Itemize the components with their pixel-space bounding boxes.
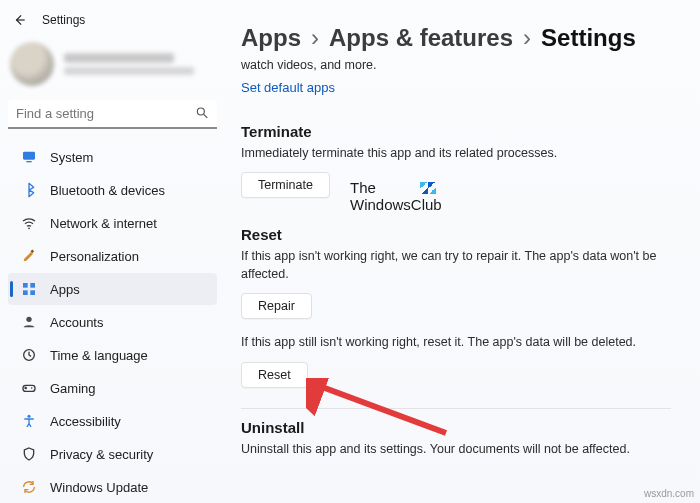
source-note: wsxdn.com (644, 488, 694, 499)
sidebar-item-label: Time & language (50, 348, 148, 363)
sidebar-item-gaming[interactable]: Gaming (8, 372, 217, 404)
uninstall-desc: Uninstall this app and its settings. You… (241, 440, 671, 458)
sidebar-item-label: Windows Update (50, 480, 148, 495)
monitor-icon (20, 148, 38, 166)
svg-rect-3 (26, 161, 31, 162)
chevron-right-icon: › (523, 24, 531, 52)
avatar (10, 42, 54, 86)
breadcrumb-apps-features[interactable]: Apps & features (329, 24, 513, 52)
sidebar-item-time[interactable]: Time & language (8, 339, 217, 371)
repair-button[interactable]: Repair (241, 293, 312, 319)
reset-desc-reset: If this app still isn't working right, r… (241, 333, 671, 351)
person-icon (20, 313, 38, 331)
sidebar-item-label: Personalization (50, 249, 139, 264)
breadcrumb-apps[interactable]: Apps (241, 24, 301, 52)
sidebar-item-system[interactable]: System (8, 141, 217, 173)
sidebar-item-label: Gaming (50, 381, 96, 396)
svg-rect-2 (23, 152, 35, 160)
sidebar: Settings System (0, 0, 225, 503)
sidebar-item-apps[interactable]: Apps (8, 273, 217, 305)
search-box (8, 100, 217, 129)
svg-point-10 (26, 317, 31, 322)
svg-point-4 (28, 227, 30, 229)
breadcrumb: Apps › Apps & features › Settings (241, 24, 680, 52)
terminate-button[interactable]: Terminate (241, 172, 330, 198)
svg-rect-8 (23, 290, 28, 295)
sidebar-item-bluetooth[interactable]: Bluetooth & devices (8, 174, 217, 206)
sidebar-item-accounts[interactable]: Accounts (8, 306, 217, 338)
sidebar-item-privacy[interactable]: Privacy & security (8, 438, 217, 470)
sidebar-item-personalization[interactable]: Personalization (8, 240, 217, 272)
profile-email (64, 67, 194, 75)
uninstall-heading: Uninstall (241, 419, 680, 436)
wifi-icon (20, 214, 38, 232)
apps-icon (20, 280, 38, 298)
intro-desc: watch videos, and more. (241, 58, 680, 72)
reset-heading: Reset (241, 226, 680, 243)
breadcrumb-current: Settings (541, 24, 636, 52)
nav: System Bluetooth & devices Network & int… (8, 141, 217, 503)
svg-point-13 (31, 387, 33, 389)
search-input[interactable] (8, 100, 217, 129)
back-button[interactable] (12, 12, 28, 28)
set-default-apps-link[interactable]: Set default apps (241, 80, 335, 95)
update-icon (20, 478, 38, 496)
svg-rect-7 (30, 283, 35, 288)
sidebar-item-label: Bluetooth & devices (50, 183, 165, 198)
sidebar-item-accessibility[interactable]: Accessibility (8, 405, 217, 437)
clock-icon (20, 346, 38, 364)
svg-rect-6 (23, 283, 28, 288)
sidebar-item-label: Apps (50, 282, 80, 297)
profile-name (64, 53, 174, 63)
sidebar-item-network[interactable]: Network & internet (8, 207, 217, 239)
sidebar-item-label: Accounts (50, 315, 103, 330)
reset-desc-repair: If this app isn't working right, we can … (241, 247, 671, 283)
profile-block[interactable] (8, 38, 217, 94)
paintbrush-icon (20, 247, 38, 265)
main-content: Apps › Apps & features › Settings watch … (225, 0, 700, 503)
reset-button[interactable]: Reset (241, 362, 308, 388)
sidebar-item-label: Network & internet (50, 216, 157, 231)
terminate-heading: Terminate (241, 123, 680, 140)
svg-rect-9 (30, 290, 35, 295)
chevron-right-icon: › (311, 24, 319, 52)
sidebar-item-label: Privacy & security (50, 447, 153, 462)
titlebar: Settings (8, 10, 217, 34)
profile-text (64, 53, 194, 75)
accessibility-icon (20, 412, 38, 430)
shield-icon (20, 445, 38, 463)
window-title: Settings (42, 13, 85, 27)
terminate-desc: Immediately terminate this app and its r… (241, 144, 671, 162)
arrow-left-icon (13, 13, 27, 27)
sidebar-item-label: System (50, 150, 93, 165)
sidebar-item-label: Accessibility (50, 414, 121, 429)
gamepad-icon (20, 379, 38, 397)
bluetooth-icon (20, 181, 38, 199)
settings-window: Settings System (0, 0, 700, 503)
divider (241, 408, 671, 409)
sidebar-item-update[interactable]: Windows Update (8, 471, 217, 503)
svg-point-14 (27, 415, 30, 418)
